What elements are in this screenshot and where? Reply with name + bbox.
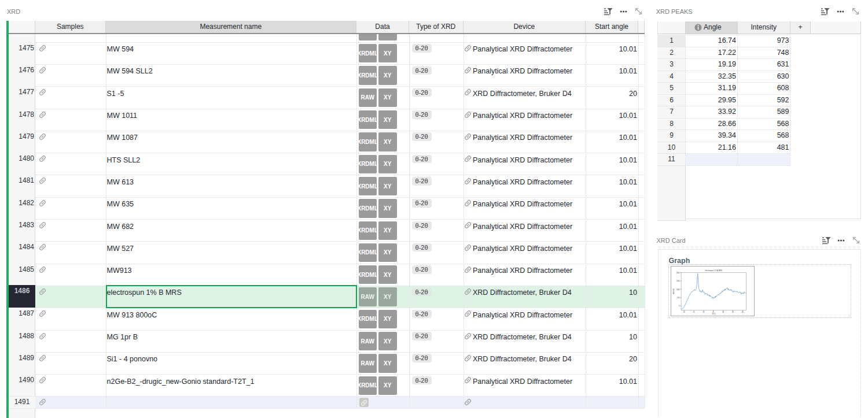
svg-text:10: 10 (683, 311, 685, 313)
svg-text:35: 35 (731, 311, 733, 313)
svg-text:0: 0 (679, 305, 680, 307)
svg-text:2θ [°]: 2θ [°] (712, 313, 716, 315)
svg-text:2000: 2000 (676, 272, 679, 274)
svg-text:Intensity: Intensity (672, 288, 675, 294)
svg-text:30: 30 (722, 311, 724, 313)
svg-text:1000: 1000 (676, 288, 679, 291)
svg-text:electrospun 1% B MRS: electrospun 1% B MRS (705, 269, 722, 272)
svg-text:15: 15 (693, 311, 694, 313)
svg-text:20: 20 (703, 311, 704, 313)
svg-text:500: 500 (677, 297, 680, 299)
svg-text:1500: 1500 (676, 280, 679, 282)
svg-text:40: 40 (741, 311, 743, 313)
